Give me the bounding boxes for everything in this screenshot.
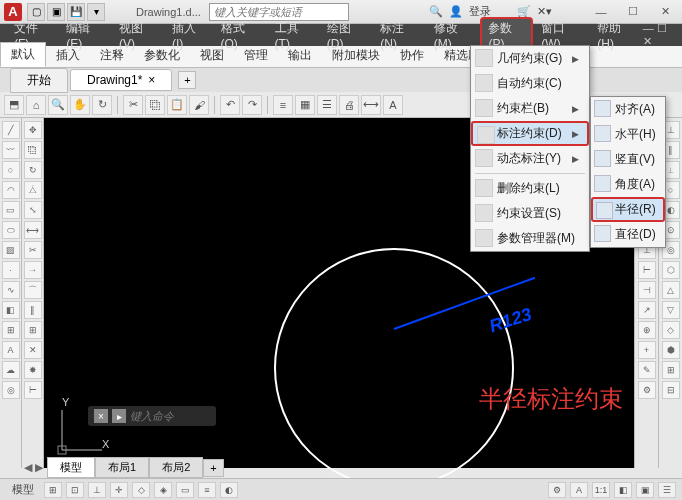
trim-tool-icon[interactable]: ✂	[24, 241, 42, 259]
spline-tool-icon[interactable]: ∿	[2, 281, 20, 299]
sb-transp-icon[interactable]: ◐	[220, 482, 238, 498]
doc-tab-start[interactable]: 开始	[10, 68, 68, 93]
submenu-radius[interactable]: 半径(R)	[591, 197, 665, 222]
layout-tab-layout1[interactable]: 布局1	[95, 457, 149, 478]
line-tool-icon[interactable]: ╱	[2, 121, 20, 139]
copy-tool-icon[interactable]: ⿻	[24, 141, 42, 159]
rotate-tool-icon[interactable]: ↻	[24, 161, 42, 179]
tb-props-icon[interactable]: ☰	[317, 95, 337, 115]
ribbon-tab-collab[interactable]: 协作	[390, 44, 434, 67]
arc-tool-icon[interactable]: ◠	[2, 181, 20, 199]
tb-home-icon[interactable]: ⌂	[26, 95, 46, 115]
menubar-min-icon[interactable]: — ☐ ✕	[643, 22, 676, 48]
layout-tab-nav-icon[interactable]: ◀ ▶	[20, 461, 47, 474]
menu-auto-constrain[interactable]: 自动约束(C)	[471, 71, 589, 96]
layout-tab-model[interactable]: 模型	[47, 457, 95, 478]
rect-tool-icon[interactable]: ▭	[2, 201, 20, 219]
tb-redo-icon[interactable]: ↷	[242, 95, 262, 115]
sb-custom-icon[interactable]: ☰	[658, 482, 676, 498]
tb-plot-icon[interactable]: 🖨	[339, 95, 359, 115]
table-tool-icon[interactable]: ⊞	[2, 321, 20, 339]
submenu-vertical[interactable]: 竖直(V)	[591, 147, 665, 172]
cmd-close-icon[interactable]: ×	[94, 409, 108, 423]
ellipse-tool-icon[interactable]: ⬭	[2, 221, 20, 239]
array-tool-icon[interactable]: ⊞	[24, 321, 42, 339]
stretch-tool-icon[interactable]: ⟷	[24, 221, 42, 239]
tb-block-icon[interactable]: ▦	[295, 95, 315, 115]
fillet-tool-icon[interactable]: ⌒	[24, 281, 42, 299]
menu-constraint-settings[interactable]: 约束设置(S)	[471, 201, 589, 226]
tb-orbit-icon[interactable]: ↻	[92, 95, 112, 115]
constraint-10-icon[interactable]: ▽	[662, 301, 680, 319]
sb-grid-icon[interactable]: ⊞	[44, 482, 62, 498]
ribbon-tab-insert[interactable]: 插入	[46, 44, 90, 67]
sb-lwt-icon[interactable]: ≡	[198, 482, 216, 498]
sb-otrack-icon[interactable]: ◈	[154, 482, 172, 498]
tb-dim-icon[interactable]: ⟷	[361, 95, 381, 115]
sb-clean-icon[interactable]: ▣	[636, 482, 654, 498]
break-tool-icon[interactable]: ⊢	[24, 381, 42, 399]
sb-osnap-icon[interactable]: ◇	[132, 482, 150, 498]
erase-tool-icon[interactable]: ✕	[24, 341, 42, 359]
constraint-14-icon[interactable]: ⊟	[662, 381, 680, 399]
ribbon-tab-default[interactable]: 默认	[0, 42, 46, 67]
dim-baseline-icon[interactable]: ⊢	[638, 261, 656, 279]
menu-constraint-bar[interactable]: 约束栏(B)▶	[471, 96, 589, 121]
tb-layer-icon[interactable]: ≡	[273, 95, 293, 115]
region-tool-icon[interactable]: ◧	[2, 301, 20, 319]
dim-style-icon[interactable]: ⚙	[638, 381, 656, 399]
tb-text-icon[interactable]: A	[383, 95, 403, 115]
mtext-tool-icon[interactable]: A	[2, 341, 20, 359]
sb-ortho-icon[interactable]: ⊥	[88, 482, 106, 498]
explode-tool-icon[interactable]: ✸	[24, 361, 42, 379]
tb-match-icon[interactable]: 🖌	[189, 95, 209, 115]
leader-icon[interactable]: ↗	[638, 301, 656, 319]
menu-dimensional-constraint[interactable]: 标注约束(D)▶	[471, 121, 589, 146]
sb-dyn-icon[interactable]: ▭	[176, 482, 194, 498]
hatch-tool-icon[interactable]: ▨	[2, 241, 20, 259]
tab-close-icon[interactable]: ×	[148, 73, 155, 87]
tb-pan-icon[interactable]: ✋	[70, 95, 90, 115]
submenu-diameter[interactable]: 直径(D)	[591, 222, 665, 247]
dim-continue-icon[interactable]: ⊣	[638, 281, 656, 299]
constraint-12-icon[interactable]: ⬢	[662, 341, 680, 359]
sb-scale-icon[interactable]: 1:1	[592, 482, 610, 498]
menu-dynamic-dimension[interactable]: 动态标注(Y)▶	[471, 146, 589, 171]
mirror-tool-icon[interactable]: ⧊	[24, 181, 42, 199]
new-tab-button[interactable]: +	[178, 71, 196, 89]
offset-tool-icon[interactable]: ‖	[24, 301, 42, 319]
constraint-13-icon[interactable]: ⊞	[662, 361, 680, 379]
submenu-angular[interactable]: 角度(A)	[591, 172, 665, 197]
close-button[interactable]: ✕	[652, 3, 678, 21]
tb-undo-icon[interactable]: ↶	[220, 95, 240, 115]
constraint-11-icon[interactable]: ◇	[662, 321, 680, 339]
doc-tab-drawing1[interactable]: Drawing1*×	[70, 69, 172, 91]
donut-tool-icon[interactable]: ◎	[2, 381, 20, 399]
menu-parameter-manager[interactable]: 参数管理器(M)	[471, 226, 589, 251]
circle-tool-icon[interactable]: ○	[2, 161, 20, 179]
command-input[interactable]	[130, 410, 210, 422]
point-tool-icon[interactable]: ·	[2, 261, 20, 279]
ribbon-tab-view[interactable]: 视图	[190, 44, 234, 67]
ribbon-tab-parametric[interactable]: 参数化	[134, 44, 190, 67]
submenu-aligned[interactable]: 对齐(A)	[591, 97, 665, 122]
menu-geometric-constraint[interactable]: 几何约束(G)▶	[471, 46, 589, 71]
dim-edit-icon[interactable]: ✎	[638, 361, 656, 379]
ribbon-tab-manage[interactable]: 管理	[234, 44, 278, 67]
tb-paste-icon[interactable]: 📋	[167, 95, 187, 115]
layout-tab-layout2[interactable]: 布局2	[149, 457, 203, 478]
submenu-horizontal[interactable]: 水平(H)	[591, 122, 665, 147]
tb-nav-icon[interactable]: ⬒	[4, 95, 24, 115]
menu-help[interactable]: 帮助(H)	[589, 17, 642, 54]
tb-cut-icon[interactable]: ✂	[123, 95, 143, 115]
tb-zoom-icon[interactable]: 🔍	[48, 95, 68, 115]
sb-polar-icon[interactable]: ✛	[110, 482, 128, 498]
extend-tool-icon[interactable]: →	[24, 261, 42, 279]
move-tool-icon[interactable]: ✥	[24, 121, 42, 139]
polyline-tool-icon[interactable]: 〰	[2, 141, 20, 159]
constraint-9-icon[interactable]: △	[662, 281, 680, 299]
sb-workspace-icon[interactable]: ⚙	[548, 482, 566, 498]
menu-delete-constraint[interactable]: 删除约束(L)	[471, 176, 589, 201]
ribbon-tab-annotate[interactable]: 注释	[90, 44, 134, 67]
ribbon-tab-addins[interactable]: 附加模块	[322, 44, 390, 67]
